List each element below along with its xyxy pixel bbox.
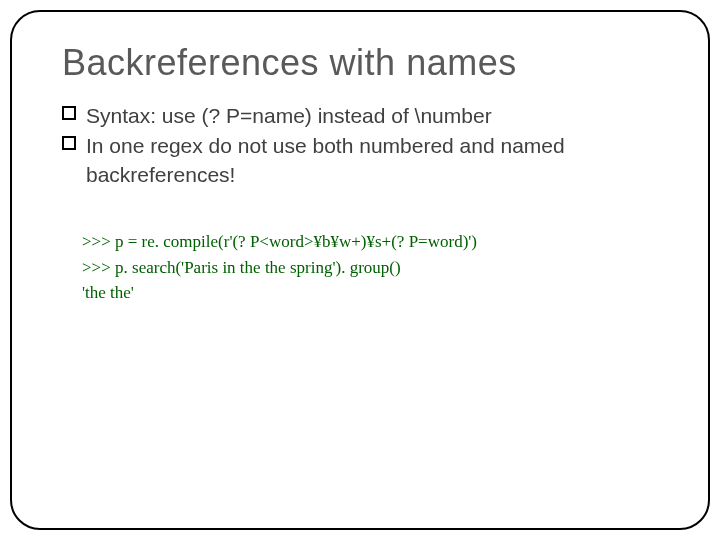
code-example: >>> p = re. compile(r'(? P<word>¥b¥w+)¥s… (82, 229, 668, 306)
slide-frame: Backreferences with names Syntax: use (?… (10, 10, 710, 530)
square-bullet-icon (62, 136, 76, 150)
code-line: >>> p. search('Paris in the the spring')… (82, 255, 668, 281)
slide-title: Backreferences with names (62, 42, 668, 84)
code-line: >>> p = re. compile(r'(? P<word>¥b¥w+)¥s… (82, 229, 668, 255)
square-bullet-icon (62, 106, 76, 120)
list-item: In one regex do not use both numbered an… (62, 132, 668, 189)
list-item: Syntax: use (? P=name) instead of \numbe… (62, 102, 668, 130)
bullet-text: In one regex do not use both numbered an… (86, 134, 565, 185)
bullet-list: Syntax: use (? P=name) instead of \numbe… (62, 102, 668, 189)
code-line: 'the the' (82, 280, 668, 306)
bullet-text: Syntax: use (? P=name) instead of \numbe… (86, 104, 492, 127)
